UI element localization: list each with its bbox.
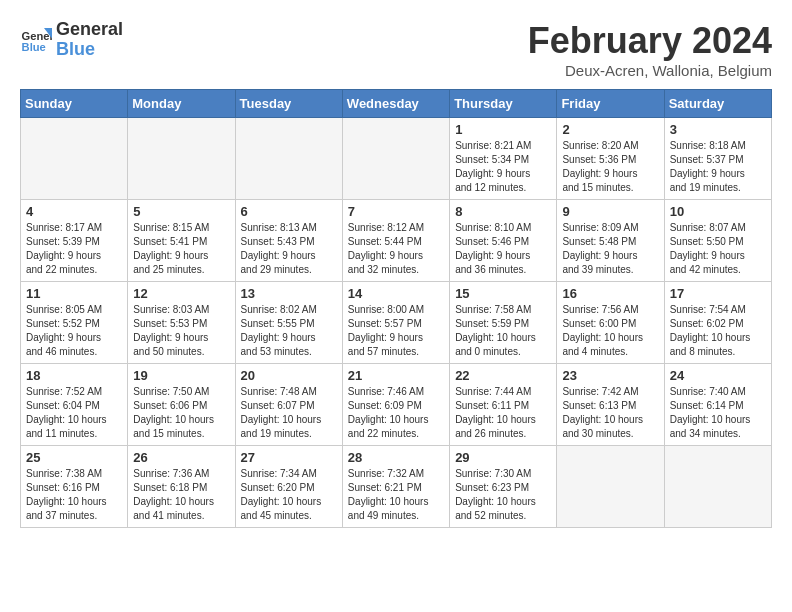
day-number: 29: [455, 450, 551, 465]
day-number: 2: [562, 122, 658, 137]
calendar-cell: 28Sunrise: 7:32 AM Sunset: 6:21 PM Dayli…: [342, 446, 449, 528]
calendar-cell: 12Sunrise: 8:03 AM Sunset: 5:53 PM Dayli…: [128, 282, 235, 364]
day-info: Sunrise: 8:20 AM Sunset: 5:36 PM Dayligh…: [562, 139, 658, 195]
week-row-0: 1Sunrise: 8:21 AM Sunset: 5:34 PM Daylig…: [21, 118, 772, 200]
day-info: Sunrise: 7:48 AM Sunset: 6:07 PM Dayligh…: [241, 385, 337, 441]
day-number: 15: [455, 286, 551, 301]
day-number: 1: [455, 122, 551, 137]
day-info: Sunrise: 7:36 AM Sunset: 6:18 PM Dayligh…: [133, 467, 229, 523]
header-cell-sunday: Sunday: [21, 90, 128, 118]
calendar-cell: 23Sunrise: 7:42 AM Sunset: 6:13 PM Dayli…: [557, 364, 664, 446]
day-number: 27: [241, 450, 337, 465]
calendar-cell: 15Sunrise: 7:58 AM Sunset: 5:59 PM Dayli…: [450, 282, 557, 364]
day-info: Sunrise: 8:12 AM Sunset: 5:44 PM Dayligh…: [348, 221, 444, 277]
page-header: General Blue General Blue February 2024 …: [20, 20, 772, 79]
day-number: 16: [562, 286, 658, 301]
day-number: 6: [241, 204, 337, 219]
week-row-3: 18Sunrise: 7:52 AM Sunset: 6:04 PM Dayli…: [21, 364, 772, 446]
calendar-cell: 6Sunrise: 8:13 AM Sunset: 5:43 PM Daylig…: [235, 200, 342, 282]
title-block: February 2024 Deux-Acren, Wallonia, Belg…: [528, 20, 772, 79]
calendar-cell: 3Sunrise: 8:18 AM Sunset: 5:37 PM Daylig…: [664, 118, 771, 200]
calendar-cell: [557, 446, 664, 528]
day-number: 24: [670, 368, 766, 383]
calendar-cell: 19Sunrise: 7:50 AM Sunset: 6:06 PM Dayli…: [128, 364, 235, 446]
calendar-cell: 25Sunrise: 7:38 AM Sunset: 6:16 PM Dayli…: [21, 446, 128, 528]
day-number: 20: [241, 368, 337, 383]
day-info: Sunrise: 8:09 AM Sunset: 5:48 PM Dayligh…: [562, 221, 658, 277]
calendar-cell: 13Sunrise: 8:02 AM Sunset: 5:55 PM Dayli…: [235, 282, 342, 364]
day-info: Sunrise: 8:02 AM Sunset: 5:55 PM Dayligh…: [241, 303, 337, 359]
month-title: February 2024: [528, 20, 772, 62]
location-subtitle: Deux-Acren, Wallonia, Belgium: [528, 62, 772, 79]
calendar-cell: [664, 446, 771, 528]
logo-text-line1: General: [56, 20, 123, 40]
logo-text-line2: Blue: [56, 40, 123, 60]
day-number: 11: [26, 286, 122, 301]
calendar-cell: 24Sunrise: 7:40 AM Sunset: 6:14 PM Dayli…: [664, 364, 771, 446]
day-info: Sunrise: 8:05 AM Sunset: 5:52 PM Dayligh…: [26, 303, 122, 359]
day-info: Sunrise: 7:38 AM Sunset: 6:16 PM Dayligh…: [26, 467, 122, 523]
logo-icon: General Blue: [20, 24, 52, 56]
day-number: 3: [670, 122, 766, 137]
day-number: 14: [348, 286, 444, 301]
day-number: 21: [348, 368, 444, 383]
day-info: Sunrise: 7:52 AM Sunset: 6:04 PM Dayligh…: [26, 385, 122, 441]
header-cell-saturday: Saturday: [664, 90, 771, 118]
logo: General Blue General Blue: [20, 20, 123, 60]
day-info: Sunrise: 8:13 AM Sunset: 5:43 PM Dayligh…: [241, 221, 337, 277]
calendar-cell: 21Sunrise: 7:46 AM Sunset: 6:09 PM Dayli…: [342, 364, 449, 446]
day-number: 7: [348, 204, 444, 219]
day-number: 5: [133, 204, 229, 219]
calendar-cell: 18Sunrise: 7:52 AM Sunset: 6:04 PM Dayli…: [21, 364, 128, 446]
day-number: 10: [670, 204, 766, 219]
day-info: Sunrise: 8:15 AM Sunset: 5:41 PM Dayligh…: [133, 221, 229, 277]
calendar-cell: [21, 118, 128, 200]
day-number: 13: [241, 286, 337, 301]
calendar-cell: [235, 118, 342, 200]
day-info: Sunrise: 7:58 AM Sunset: 5:59 PM Dayligh…: [455, 303, 551, 359]
day-number: 4: [26, 204, 122, 219]
calendar-cell: 14Sunrise: 8:00 AM Sunset: 5:57 PM Dayli…: [342, 282, 449, 364]
header-row: SundayMondayTuesdayWednesdayThursdayFrid…: [21, 90, 772, 118]
calendar-cell: 1Sunrise: 8:21 AM Sunset: 5:34 PM Daylig…: [450, 118, 557, 200]
day-number: 28: [348, 450, 444, 465]
day-info: Sunrise: 8:03 AM Sunset: 5:53 PM Dayligh…: [133, 303, 229, 359]
day-info: Sunrise: 7:46 AM Sunset: 6:09 PM Dayligh…: [348, 385, 444, 441]
day-number: 18: [26, 368, 122, 383]
day-info: Sunrise: 7:40 AM Sunset: 6:14 PM Dayligh…: [670, 385, 766, 441]
calendar-cell: 16Sunrise: 7:56 AM Sunset: 6:00 PM Dayli…: [557, 282, 664, 364]
week-row-4: 25Sunrise: 7:38 AM Sunset: 6:16 PM Dayli…: [21, 446, 772, 528]
day-info: Sunrise: 7:50 AM Sunset: 6:06 PM Dayligh…: [133, 385, 229, 441]
day-number: 23: [562, 368, 658, 383]
day-info: Sunrise: 8:07 AM Sunset: 5:50 PM Dayligh…: [670, 221, 766, 277]
calendar-cell: 17Sunrise: 7:54 AM Sunset: 6:02 PM Dayli…: [664, 282, 771, 364]
day-info: Sunrise: 7:54 AM Sunset: 6:02 PM Dayligh…: [670, 303, 766, 359]
header-cell-monday: Monday: [128, 90, 235, 118]
day-number: 17: [670, 286, 766, 301]
day-info: Sunrise: 7:34 AM Sunset: 6:20 PM Dayligh…: [241, 467, 337, 523]
calendar-cell: 8Sunrise: 8:10 AM Sunset: 5:46 PM Daylig…: [450, 200, 557, 282]
calendar-cell: 20Sunrise: 7:48 AM Sunset: 6:07 PM Dayli…: [235, 364, 342, 446]
calendar-cell: 11Sunrise: 8:05 AM Sunset: 5:52 PM Dayli…: [21, 282, 128, 364]
calendar-cell: 5Sunrise: 8:15 AM Sunset: 5:41 PM Daylig…: [128, 200, 235, 282]
calendar-cell: 4Sunrise: 8:17 AM Sunset: 5:39 PM Daylig…: [21, 200, 128, 282]
day-number: 25: [26, 450, 122, 465]
header-cell-wednesday: Wednesday: [342, 90, 449, 118]
day-info: Sunrise: 8:00 AM Sunset: 5:57 PM Dayligh…: [348, 303, 444, 359]
day-info: Sunrise: 7:44 AM Sunset: 6:11 PM Dayligh…: [455, 385, 551, 441]
day-number: 9: [562, 204, 658, 219]
calendar-cell: 22Sunrise: 7:44 AM Sunset: 6:11 PM Dayli…: [450, 364, 557, 446]
day-number: 22: [455, 368, 551, 383]
calendar-cell: 10Sunrise: 8:07 AM Sunset: 5:50 PM Dayli…: [664, 200, 771, 282]
day-info: Sunrise: 8:18 AM Sunset: 5:37 PM Dayligh…: [670, 139, 766, 195]
calendar-cell: 27Sunrise: 7:34 AM Sunset: 6:20 PM Dayli…: [235, 446, 342, 528]
day-info: Sunrise: 7:42 AM Sunset: 6:13 PM Dayligh…: [562, 385, 658, 441]
week-row-1: 4Sunrise: 8:17 AM Sunset: 5:39 PM Daylig…: [21, 200, 772, 282]
calendar-cell: [342, 118, 449, 200]
day-number: 26: [133, 450, 229, 465]
day-info: Sunrise: 7:32 AM Sunset: 6:21 PM Dayligh…: [348, 467, 444, 523]
day-info: Sunrise: 7:56 AM Sunset: 6:00 PM Dayligh…: [562, 303, 658, 359]
day-number: 19: [133, 368, 229, 383]
day-info: Sunrise: 8:21 AM Sunset: 5:34 PM Dayligh…: [455, 139, 551, 195]
header-cell-thursday: Thursday: [450, 90, 557, 118]
